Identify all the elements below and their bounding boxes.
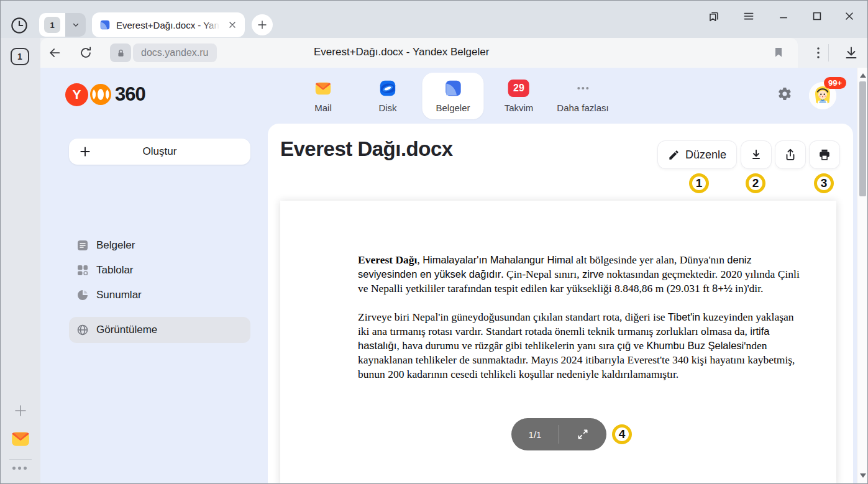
service-calendar[interactable]: 29 Takvim: [505, 78, 534, 113]
document-viewer-panel: Everest Dağı.docx Düzenle 1 2 3 Everest …: [268, 124, 853, 483]
mail-icon: [314, 79, 332, 98]
site-security-button[interactable]: [110, 43, 131, 62]
sidebar-item-presentations[interactable]: Sunumlar: [69, 283, 250, 308]
minimize-icon: [777, 10, 790, 22]
yandex-mail-shortcut-icon[interactable]: [9, 428, 32, 449]
page-indicator: 1/1: [511, 429, 559, 440]
service-documents[interactable]: Belgeler: [422, 73, 483, 119]
gear-icon: [777, 86, 792, 101]
yandex-docs-favicon: [99, 19, 111, 30]
service-mail[interactable]: Mail: [314, 78, 332, 113]
browser-window: 1 Everest+Dağı.docx - Yan: [0, 0, 868, 484]
close-icon: [843, 10, 856, 22]
expand-icon: [577, 428, 589, 441]
url-domain[interactable]: docs.yandex.ru: [133, 43, 217, 62]
printer-icon: [818, 148, 831, 162]
annotation-circle-2: 2: [746, 173, 765, 193]
download-document-button[interactable]: [741, 141, 771, 168]
tab-group-counter[interactable]: 1: [39, 13, 65, 37]
create-label: Oluştur: [69, 145, 250, 158]
service-label: Disk: [378, 103, 396, 113]
lock-icon: [116, 48, 126, 58]
service-label: Belgeler: [436, 103, 470, 113]
window-minimize-button[interactable]: [776, 9, 791, 24]
service-label: Daha fazlası: [557, 103, 608, 113]
share-icon: [783, 148, 797, 162]
yandex-360-logo[interactable]: Y 360: [65, 83, 145, 106]
annotation-circle-1: 1: [689, 173, 709, 193]
toolbar-more-button[interactable]: [813, 46, 824, 60]
sidebar-item-label: Sunumlar: [96, 289, 142, 301]
sidebar-item-label: Görüntüleme: [96, 324, 157, 336]
sidebar-item-tables[interactable]: Tablolar: [69, 258, 250, 283]
plus-icon: [257, 19, 268, 30]
sidebar-item-viewing[interactable]: Görüntüleme: [69, 317, 250, 343]
page-scrollbar[interactable]: [857, 68, 868, 483]
docs-sidebar: Oluştur Belgeler Tablolar Sunumlar Görün…: [40, 124, 268, 483]
presentations-icon: [76, 289, 89, 301]
tab-title: Everest+Dağı.docx - Yan: [116, 20, 222, 30]
kebab-menu-icon: [813, 46, 824, 60]
new-tab-button[interactable]: [252, 14, 273, 35]
browser-side-strip: 1: [1, 38, 40, 483]
print-document-button[interactable]: [810, 141, 839, 168]
viewer-controls-pill: 1/1: [511, 418, 606, 450]
window-close-button[interactable]: [842, 9, 857, 24]
more-icon: [577, 87, 588, 89]
bookmark-icon[interactable]: [772, 46, 785, 58]
browser-tab-active[interactable]: Everest+Dağı.docx - Yan: [92, 12, 245, 37]
service-label: Mail: [314, 103, 332, 113]
document-title: Everest Dağı.docx: [280, 137, 453, 161]
service-label: Takvim: [505, 103, 534, 113]
documents-icon: [444, 79, 462, 98]
notification-badge: 99+: [824, 77, 846, 89]
chevron-down-icon: [71, 21, 80, 29]
tab-close-icon[interactable]: [227, 20, 237, 30]
yandex-y-logo: Y: [65, 83, 88, 106]
scrollbar-thumb[interactable]: [859, 81, 866, 196]
document-icon: [76, 239, 89, 252]
disk-icon: [378, 79, 397, 98]
bookmark-filled-icon: [772, 46, 785, 58]
side-strip-add-button[interactable]: [13, 403, 28, 418]
share-document-button[interactable]: [775, 141, 805, 168]
yandex-360-app: Y 360 Mail Disk: [40, 68, 867, 483]
sidebar-item-label: Tablolar: [96, 264, 134, 276]
omnibox[interactable]: docs.yandex.ru Everest+Dağı.docx - Yande…: [40, 38, 798, 68]
service-disk[interactable]: Disk: [378, 78, 397, 113]
document-paragraph: Everest Dağı, Himalayalar'ın Mahalangur …: [358, 253, 800, 296]
sidebar-item-documents[interactable]: Belgeler: [69, 233, 250, 258]
sidebar-toggle-button[interactable]: 1: [11, 48, 29, 65]
tabs-panel-button[interactable]: [706, 9, 721, 24]
reload-icon: [79, 46, 93, 60]
edit-button[interactable]: Düzenle: [658, 141, 736, 168]
scroll-down-arrow[interactable]: [860, 473, 866, 478]
fullscreen-button[interactable]: [559, 428, 606, 441]
side-strip-divider: [9, 459, 32, 460]
calendar-icon: 29: [508, 80, 529, 97]
service-more[interactable]: Daha fazlası: [557, 78, 608, 113]
tab-group-dropdown[interactable]: [65, 13, 86, 37]
browser-menu-button[interactable]: [741, 9, 756, 24]
browser-toolbar: docs.yandex.ru Everest+Dağı.docx - Yande…: [40, 38, 867, 68]
scroll-up-arrow[interactable]: [860, 73, 866, 78]
logo-360-text: 360: [115, 83, 145, 106]
profile-avatar[interactable]: 99+: [809, 82, 836, 109]
edit-label: Düzenle: [685, 148, 726, 162]
downloads-button[interactable]: [844, 45, 859, 60]
tables-icon: [76, 264, 89, 276]
side-strip-more-button[interactable]: [12, 467, 27, 470]
sidebar-item-label: Belgeler: [96, 239, 135, 252]
yandex-360-o-logo: [90, 84, 111, 105]
history-clock-icon[interactable]: [11, 17, 28, 34]
tab-group-control[interactable]: 1: [39, 13, 86, 37]
back-button[interactable]: [48, 46, 62, 60]
settings-button[interactable]: [777, 86, 792, 101]
reload-button[interactable]: [79, 46, 93, 60]
annotation-circle-4: 4: [612, 424, 632, 444]
menu-icon: [742, 10, 755, 22]
tabs-panel-icon: [707, 9, 721, 23]
create-button[interactable]: Oluştur: [69, 139, 250, 165]
window-maximize-button[interactable]: [810, 9, 825, 24]
pencil-icon: [668, 149, 680, 161]
